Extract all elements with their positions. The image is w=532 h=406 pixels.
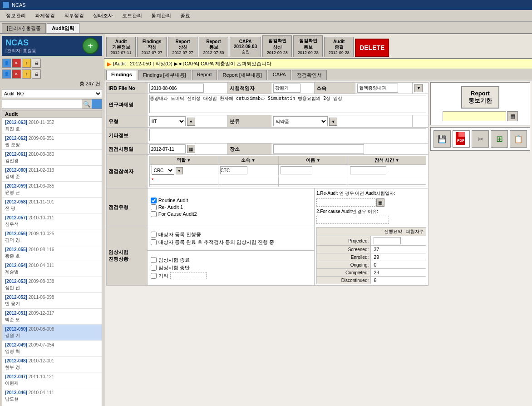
user-icon-2[interactable]: 👤 <box>2 69 11 79</box>
list-item[interactable]: [2012-051] 2009-12-017박준 오 <box>2 309 102 325</box>
department-input[interactable] <box>357 84 398 93</box>
print-icon[interactable]: 🖨 <box>32 59 41 68</box>
workflow-tab-report-sangsin[interactable]: Report 상신 2012-07-27 <box>168 37 197 57</box>
report-tongbo-button[interactable]: Report통보기한 <box>461 86 499 109</box>
menu-info[interactable]: 정보관리 <box>2 11 30 20</box>
study-name-input[interactable]: 종양내과 도비탁 전이성 대장암 환자에 cetuximab과 Simustat… <box>149 95 426 113</box>
affil-sort-btn[interactable]: ▼ <box>251 158 256 163</box>
content-tab-report[interactable]: Report <box>192 70 217 80</box>
menu-task[interactable]: 과제점검 <box>31 11 59 20</box>
status-2-checkbox[interactable] <box>151 239 157 245</box>
type-select[interactable]: IIT <box>149 116 186 126</box>
checker-time-input[interactable] <box>350 166 386 174</box>
save-icon-btn[interactable]: 💾 <box>433 130 451 148</box>
list-item-selected[interactable]: [2012-050] 2010-08-006강원 기 <box>2 325 102 341</box>
name-sort-btn[interactable]: ▼ <box>316 158 320 163</box>
inspection-date-input[interactable] <box>149 144 186 153</box>
scissors-icon-btn[interactable]: ✂ <box>472 130 489 148</box>
excel-icon-btn[interactable]: ⊞ <box>491 130 508 148</box>
list-item[interactable]: [2012-052] 2011-06-098민 웅기 <box>2 293 102 309</box>
print-icon-2[interactable]: 🖨 <box>32 69 41 79</box>
re-audit-checkbox[interactable] <box>151 204 157 210</box>
list-item[interactable]: [2012-062] 2009-06-051권 오정 <box>2 134 102 150</box>
list-item[interactable]: [2012-059] 2011-03-085윤영 근 <box>2 182 102 198</box>
role-sort-btn[interactable]: ▼ <box>187 158 191 163</box>
list-item[interactable]: [2012-054] 2010-04-011계승범 <box>2 261 102 277</box>
content-tab-check[interactable]: 점검확인서 <box>292 70 327 80</box>
checker-role-select[interactable]: CRC <box>152 166 174 175</box>
checker-name-input[interactable] <box>281 166 312 174</box>
workflow-tab-audit-basic[interactable]: Audit 기본정보 2012-07-11 <box>106 37 136 57</box>
category-select[interactable]: 의약품 <box>273 116 328 126</box>
warning-icon[interactable]: ! <box>22 59 31 68</box>
copy-icon-btn[interactable]: 📋 <box>510 130 527 148</box>
checker-affil-input[interactable] <box>220 166 247 174</box>
content-tab-findings[interactable]: Findings <box>106 70 137 80</box>
list-item[interactable]: [2012-047] 2011-10-121이원재 <box>2 372 102 388</box>
pdf-icon-btn[interactable]: PDF <box>453 130 470 148</box>
status-4-checkbox[interactable] <box>151 265 157 271</box>
list-item[interactable]: [2012-055] 2010-08-116왕준 호 <box>2 245 102 261</box>
search-button-2[interactable] <box>92 99 102 109</box>
list-item[interactable]: [2012-058] 2011-11-101전 평 <box>2 198 102 213</box>
search-field-select[interactable]: Audit_NO <box>2 89 102 98</box>
projected-input[interactable] <box>374 237 401 244</box>
list-item[interactable]: [2012-057] 2010-10-011심우석 <box>2 213 102 229</box>
for-cause-input[interactable] <box>316 216 389 224</box>
checker-role-dropdown[interactable]: ▼ <box>176 167 183 174</box>
list-item[interactable]: [2012-056] 2009-10-025김덕 경 <box>2 229 102 245</box>
content-tab-report-detail[interactable]: Report [세부내용] <box>218 70 267 80</box>
list-item[interactable]: [2012-060] 2011-02-013김재 준 <box>2 166 102 182</box>
menu-stats[interactable]: 통계관리 <box>147 11 175 20</box>
re-audit-calendar-btn[interactable]: ▦ <box>376 198 384 207</box>
list-item[interactable]: [2012-061] 2010-03-080김진경 <box>2 150 102 166</box>
report-calendar-btn[interactable]: ▦ <box>507 111 518 121</box>
menu-survey[interactable]: 실태조사 <box>89 11 117 20</box>
menu-external[interactable]: 외부점검 <box>60 11 88 20</box>
close-icon[interactable]: ✕ <box>12 59 21 68</box>
status-5-input[interactable] <box>170 272 207 279</box>
warning-icon-2[interactable]: ! <box>22 69 31 79</box>
person-icon[interactable]: 👤 <box>2 59 11 68</box>
dropdown-btn[interactable]: ▼ <box>414 84 423 92</box>
status-1-checkbox[interactable] <box>151 232 157 238</box>
irb-input[interactable] <box>149 84 204 93</box>
list-item[interactable]: [2012-045] 2010-02-014남석진 <box>2 404 102 406</box>
workflow-tab-report-tongbo[interactable]: Report 통보 2012-07-30 <box>199 37 228 57</box>
list-item[interactable]: [2012-053] 2009-08-038심민 섭 <box>2 277 102 293</box>
list-item[interactable]: [2012-063] 2010-11-052최진 호 <box>2 118 102 134</box>
delete-button[interactable]: DELETE <box>355 39 389 57</box>
for-cause-checkbox[interactable] <box>151 211 157 217</box>
workflow-tab-check-tongbo[interactable]: 점검확인 통보 2012-09-28 <box>293 35 323 57</box>
location-input[interactable] <box>273 144 364 153</box>
status-5-checkbox[interactable] <box>151 273 157 279</box>
workflow-tab-capa[interactable]: CAPA 2012-09-03 승인 <box>230 37 261 57</box>
type-dropdown-btn[interactable]: ▼ <box>187 118 195 126</box>
workflow-tab-check-sangsin[interactable]: 점검확인 상신 2012-09-28 <box>262 35 292 57</box>
list-item[interactable]: [2012-049] 2009-07-054임영 혁 <box>2 341 102 356</box>
category-dropdown-btn[interactable]: ▼ <box>329 118 337 126</box>
calendar-icon[interactable]: ▦ <box>187 145 195 153</box>
extra-input[interactable] <box>149 129 426 141</box>
workflow-tab-audit-end[interactable]: Audit 종결 2012-09-28 <box>324 37 354 57</box>
status-3-checkbox[interactable] <box>151 257 157 263</box>
screened-value: 37 <box>371 246 426 253</box>
time-sort-btn[interactable]: ▼ <box>395 158 399 163</box>
re-audit-date-input[interactable] <box>316 198 375 207</box>
search-button[interactable]: 🔍 <box>82 99 92 109</box>
tab-audit-input[interactable]: Audit입력 <box>47 23 79 33</box>
close-icon-2[interactable]: ✕ <box>12 69 21 79</box>
list-item[interactable]: [2012-048] 2010-12-001한부 경 <box>2 356 102 372</box>
content-tab-findings-detail[interactable]: Findings [세부내용] <box>138 70 191 80</box>
content-tab-capa[interactable]: CAPA <box>268 70 291 80</box>
report-date-input[interactable] <box>443 111 506 121</box>
workflow-tab-findings[interactable]: Findings 작성 2012-07-27 <box>137 37 167 57</box>
list-item[interactable]: [2012-046] 2010-04-111남도현 <box>2 388 102 404</box>
routine-audit-checkbox[interactable] <box>151 198 157 203</box>
menu-code[interactable]: 코드관리 <box>118 11 146 20</box>
add-button[interactable]: + <box>82 38 99 54</box>
search-input[interactable] <box>2 99 82 109</box>
tab-home[interactable]: [관리자] 홍길동 <box>2 23 46 33</box>
investigator-input[interactable] <box>273 84 300 93</box>
menu-exit[interactable]: 종료 <box>176 11 194 20</box>
